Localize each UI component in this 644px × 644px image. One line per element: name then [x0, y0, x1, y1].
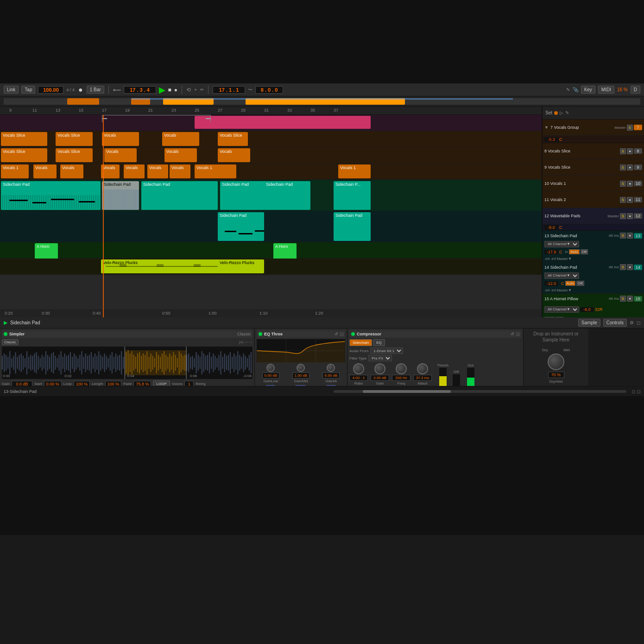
eq-icon-2[interactable]: ◻ [340, 332, 343, 336]
s-btn-9[interactable]: S [620, 164, 626, 170]
fade-val[interactable]: 75.8 % [133, 381, 151, 386]
fader-val-12[interactable]: -8.0 [544, 225, 558, 230]
draw-icon[interactable]: ✏ [200, 87, 204, 92]
eq-graph[interactable] [257, 339, 345, 362]
s-btn-10[interactable]: S [620, 181, 626, 187]
clip-v1-5[interactable]: Vocals [124, 164, 145, 178]
back-icon[interactable]: ⟵ [113, 87, 121, 93]
comp-gain-val[interactable]: 0.00 dB [371, 375, 389, 381]
clip-icon[interactable]: 📎 [573, 87, 578, 92]
comp-icon-1[interactable]: ↺ [511, 332, 514, 336]
auto-btn-14[interactable]: Auto [565, 281, 575, 286]
play-icon-bottom[interactable]: ▶ [4, 320, 7, 326]
fader-val-13[interactable]: -17.9 [544, 250, 558, 254]
scroll-track[interactable] [334, 390, 626, 393]
clip-v1-9[interactable]: Vocals 1 [338, 164, 371, 178]
midi-button[interactable]: MIDI [598, 86, 614, 94]
pencil-icon[interactable]: ✎ [566, 87, 570, 92]
clip-v1-3[interactable]: Vocals [60, 164, 83, 178]
dry-wet-knob[interactable] [548, 354, 564, 370]
stop-icon[interactable]: ■ [168, 87, 171, 93]
s-btn-12[interactable]: S [620, 213, 626, 219]
device-icon-1[interactable]: ⚙ [630, 320, 634, 325]
position3-display[interactable]: 8 . 0 . 0 [255, 86, 283, 94]
s-btn-7[interactable]: S [627, 125, 633, 131]
m-btn-13[interactable]: ● [627, 233, 633, 239]
ratio-val[interactable]: 4.00 : 1 [349, 375, 368, 381]
simpler-mode[interactable]: Classic [237, 332, 251, 336]
voices-val[interactable]: 1 [184, 381, 194, 386]
controls-tab[interactable]: Controls [603, 319, 627, 327]
gain-val[interactable]: 0.0 dB [12, 381, 32, 386]
s-btn-13[interactable]: S [620, 233, 626, 239]
clip-v1-6[interactable]: Vocals [147, 164, 168, 178]
end-icon-1[interactable]: ◻ [632, 389, 635, 394]
fader-val-15[interactable]: -6.0 [580, 307, 594, 312]
channel-select-14[interactable]: All Channel▼ [544, 272, 579, 279]
simpler-power[interactable] [4, 332, 7, 336]
loop-icon[interactable]: ⟲ [186, 87, 191, 93]
clip-vocals-slice-2[interactable]: Vocals Slice [56, 132, 93, 146]
comp-attack-val[interactable]: 37.3 ms [413, 375, 432, 381]
gainhi-val[interactable]: 6.00 dB [322, 373, 340, 379]
ratio-knob[interactable] [353, 363, 364, 374]
clip-vocals-5[interactable]: Vocals Slice [218, 132, 248, 146]
comp-gain-knob[interactable] [374, 363, 385, 374]
end-icon-2[interactable]: ◻ [637, 389, 640, 394]
gainmid-knob[interactable] [297, 364, 305, 372]
off-btn-13[interactable]: Off [581, 249, 588, 254]
clip-vocalsl-2[interactable]: Vocals Slice [56, 148, 93, 162]
clip-velo-1[interactable]: Velo-Rezzo Plucks [101, 259, 238, 273]
m-btn-15[interactable]: ● [627, 296, 633, 302]
m-btn-14[interactable]: ● [627, 264, 633, 270]
punch-icon[interactable]: ⚬ [194, 87, 197, 92]
audio-from-select[interactable]: 1-Drum Kit 1 [370, 347, 403, 354]
eq-power[interactable] [259, 332, 262, 336]
comp-attack-knob[interactable] [417, 363, 428, 374]
dry-wet-val[interactable]: 70 % [548, 372, 564, 378]
clip-vocals-r2[interactable]: Vocals [164, 148, 197, 162]
position-display[interactable]: 17 . 3 . 4 [124, 86, 156, 94]
loop-mode-btn[interactable]: LOOP [153, 380, 170, 386]
comp-freq-val[interactable]: 200 Hz [392, 375, 410, 381]
s-btn-14[interactable]: S [620, 264, 626, 270]
channel-select-15[interactable]: All Channel▼ [544, 306, 579, 313]
clip-vocals-4[interactable]: Vocals [162, 132, 199, 146]
tap-button[interactable]: Tap [21, 86, 35, 94]
eq-icon-1[interactable]: ↺ [335, 332, 338, 336]
auto-btn-13[interactable]: Auto [569, 249, 579, 254]
start-val[interactable]: 0.00 % [44, 381, 62, 386]
fader-val-7[interactable]: -5.3 [544, 137, 558, 142]
record-icon[interactable]: ● [174, 87, 177, 93]
m-btn-8[interactable]: ● [627, 148, 633, 154]
clip-vocals-slice-1[interactable]: Vocals Slice [1, 132, 47, 146]
eq-btn[interactable]: EQ [373, 339, 385, 346]
set-icon-2[interactable]: ✎ [565, 110, 569, 115]
clip-vocals-r3[interactable]: Vocals [218, 148, 250, 162]
device-icon-2[interactable]: ◻ [637, 320, 640, 325]
channel-select-13[interactable]: All Channel▼ [544, 241, 579, 247]
position2-display[interactable]: 17 . 1 . 1 [213, 86, 245, 94]
play-icon[interactable]: ▶ [159, 85, 165, 95]
clip-vocals-r1[interactable]: Vocals [104, 148, 137, 162]
m-btn-11[interactable]: ● [627, 197, 633, 203]
d-button[interactable]: D [631, 86, 640, 94]
set-icon-1[interactable]: ▷ [560, 110, 563, 115]
drop-zone[interactable]: Drop an Instrument or Sample Here Dry We… [524, 328, 588, 386]
m-btn-12[interactable]: ● [627, 213, 633, 219]
scroll-thumb[interactable] [363, 390, 451, 393]
clip-v1-2[interactable]: Vocals [33, 164, 57, 178]
sample-tab[interactable]: Sample [578, 319, 600, 327]
s-btn-11[interactable]: S [620, 197, 626, 203]
link-button[interactable]: Link [4, 86, 19, 94]
gainhi-knob[interactable] [327, 364, 335, 372]
clip-vocals-slice-3[interactable]: Vocals [102, 132, 139, 146]
simpler-waveform[interactable]: 0:00 0:02 0:04 0:06 -0:08 [2, 347, 253, 379]
clip-v1-4[interactable]: Vocals [101, 164, 120, 178]
clip-v1-1[interactable]: Vocals 1 [1, 164, 29, 178]
clip-velo-2[interactable]: Velo-Rezzo Plucks [218, 259, 264, 273]
gainmid-val[interactable]: 1.00 dB [292, 373, 310, 379]
clip-sidechain-14-2[interactable]: Sidechain Pad [334, 212, 371, 241]
clip-v1-8[interactable]: Vocals 1 [195, 164, 236, 178]
tempo-display[interactable]: 100.00 [38, 86, 63, 94]
